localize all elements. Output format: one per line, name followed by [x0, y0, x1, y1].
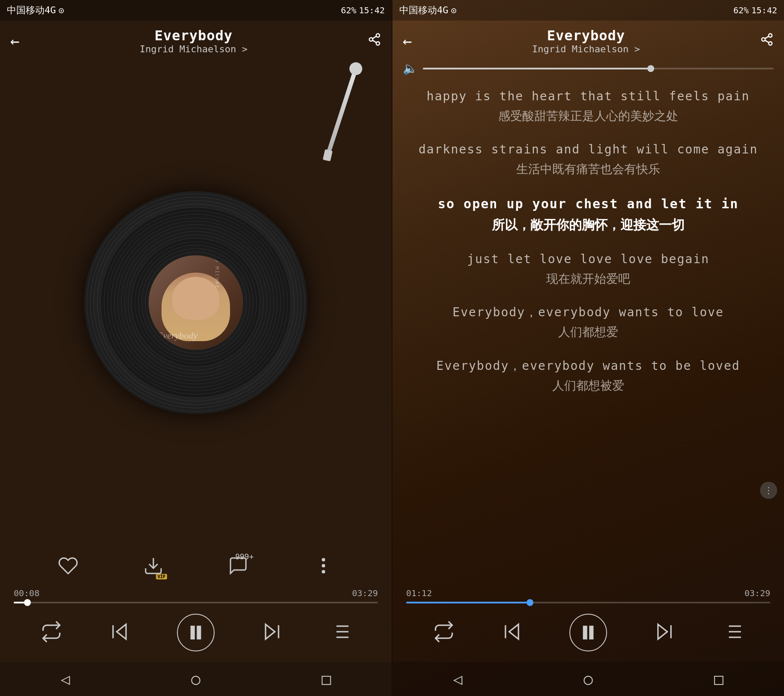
lyric-block-4: just let love love love begain 现在就开始爱吧: [406, 250, 770, 290]
time-total-left: 03:29: [352, 588, 378, 598]
svg-rect-11: [191, 626, 194, 639]
volume-dot: [647, 65, 654, 72]
vinyl-disc: Everybody INGRID MICHAE: [84, 191, 307, 414]
header-right: ← Everybody Ingrid Michaelson >: [392, 21, 784, 58]
svg-line-25: [765, 36, 769, 38]
nav-home-right[interactable]: ○: [584, 670, 593, 688]
share-button-left[interactable]: [368, 33, 381, 50]
lyric-en-6: Everybody，everybody wants to be loved: [406, 357, 770, 375]
comment-button[interactable]: 999+: [228, 555, 248, 576]
svg-marker-13: [265, 624, 275, 639]
svg-marker-30: [658, 624, 667, 639]
svg-rect-29: [590, 626, 593, 639]
lyric-zh-1: 感受酸甜苦辣正是人心的美妙之处: [406, 105, 770, 127]
comment-count-left: 999+: [235, 552, 254, 561]
right-panel: 中国移动4G ⊙ 62% 15:42 ← Everybody Ingrid Mi…: [392, 0, 784, 696]
lyric-en-3: so open up your chest and let it in: [406, 194, 770, 213]
more-button-left[interactable]: [313, 555, 334, 576]
svg-point-1: [369, 38, 373, 41]
next-button-right[interactable]: [653, 621, 676, 645]
lyric-en-1: happy is the heart that still feels pain: [406, 87, 770, 105]
svg-rect-12: [197, 626, 200, 639]
lyric-block-3: so open up your chest and let it in 所以，敞…: [406, 194, 770, 237]
play-pause-button-left[interactable]: [177, 614, 215, 651]
signal-icon-right: ⊙: [451, 5, 457, 16]
carrier-left: 中国移动4G: [7, 4, 56, 17]
lyric-zh-4: 现在就开始爱吧: [406, 268, 770, 290]
status-left: 中国移动4G ⊙: [7, 4, 64, 17]
svg-marker-26: [509, 624, 519, 639]
lyric-en-5: Everybody，everybody wants to love: [406, 303, 770, 321]
heart-button[interactable]: [58, 555, 78, 576]
lyrics-more-button[interactable]: ⋮: [760, 482, 777, 499]
prev-button-right[interactable]: [501, 621, 523, 645]
svg-point-2: [376, 42, 380, 45]
lyric-zh-3: 所以，敞开你的胸怀，迎接这一切: [406, 213, 770, 237]
volume-icon: 🔈: [403, 61, 418, 75]
playlist-button-right[interactable]: [721, 621, 744, 645]
time-elapsed-left: 00:08: [14, 588, 39, 598]
share-button-right[interactable]: [760, 33, 774, 50]
nav-recent-right[interactable]: □: [714, 670, 724, 688]
status-left-right: 中国移动4G ⊙: [399, 4, 457, 17]
progress-section-left: 00:08 03:29: [0, 585, 392, 607]
play-pause-button-right[interactable]: [569, 614, 607, 651]
artist-name-left[interactable]: Ingrid Michaelson >: [140, 44, 248, 54]
svg-point-6: [322, 558, 325, 561]
playlist-button-left[interactable]: [329, 621, 351, 645]
left-panel: 中国移动4G ⊙ 62% 15:42 ← Everybody Ingrid Mi…: [0, 0, 392, 696]
back-button-right[interactable]: ←: [403, 32, 412, 50]
time-total-right: 03:29: [745, 588, 770, 598]
download-button[interactable]: VIP: [143, 555, 164, 576]
action-buttons: VIP 999+: [0, 547, 392, 585]
album-art: Everybody INGRID MICHAE: [149, 255, 243, 350]
signal-icon-left: ⊙: [59, 5, 64, 16]
lyric-en-4: just let love love love begain: [406, 250, 770, 268]
time-left: 15:42: [359, 5, 385, 15]
status-right-left: 62% 15:42: [341, 5, 385, 15]
nav-bar-right: ◁ ○ □: [392, 662, 784, 696]
vinyl-label: Everybody INGRID MICHAE: [149, 255, 243, 350]
svg-point-8: [322, 570, 325, 573]
nav-back-right[interactable]: ◁: [453, 670, 462, 688]
svg-marker-9: [117, 624, 126, 639]
repeat-button-right[interactable]: [433, 621, 455, 645]
song-title-right: Everybody: [547, 27, 625, 44]
lyric-zh-2: 生活中既有痛苦也会有快乐: [406, 159, 770, 180]
battery-right: 62%: [733, 5, 749, 15]
repeat-button-left[interactable]: [40, 621, 63, 645]
nav-bar-left: ◁ ○ □: [0, 662, 392, 696]
time-elapsed-right: 01:12: [406, 588, 432, 598]
song-title-left: Everybody: [155, 27, 233, 44]
nav-back-left[interactable]: ◁: [60, 670, 70, 688]
svg-line-3: [372, 40, 376, 42]
svg-point-22: [762, 38, 765, 41]
volume-fill: [423, 68, 651, 69]
lyric-zh-5: 人们都想爱: [406, 321, 770, 343]
lyric-block-1: happy is the heart that still feels pain…: [406, 87, 770, 127]
progress-times-right: 01:12 03:29: [406, 588, 770, 598]
lyric-en-2: darkness strains and light will come aga…: [406, 141, 770, 159]
prev-button-left[interactable]: [108, 621, 131, 645]
header-left: ← Everybody Ingrid Michaelson >: [0, 21, 392, 58]
volume-bar[interactable]: [423, 68, 774, 69]
lyrics-content[interactable]: happy is the heart that still feels pain…: [392, 79, 784, 585]
svg-line-4: [372, 36, 376, 38]
title-group-right: Everybody Ingrid Michaelson >: [532, 27, 640, 54]
lyric-block-5: Everybody，everybody wants to love 人们都想爱: [406, 303, 770, 343]
progress-bar-right[interactable]: [406, 602, 770, 603]
progress-bar-left[interactable]: [14, 602, 378, 603]
nav-home-left[interactable]: ○: [191, 670, 200, 688]
progress-times-left: 00:08 03:29: [14, 588, 378, 598]
lyric-block-6: Everybody，everybody wants to be loved 人们…: [406, 357, 770, 396]
progress-dot-left: [24, 599, 31, 606]
back-button-left[interactable]: ←: [10, 32, 20, 50]
svg-rect-28: [584, 626, 587, 639]
vinyl-container: Everybody INGRID MICHAE: [0, 58, 392, 547]
progress-section-right: 01:12 03:29: [392, 585, 784, 607]
artist-name-right[interactable]: Ingrid Michaelson >: [532, 44, 640, 54]
svg-point-0: [376, 33, 380, 37]
next-button-left[interactable]: [261, 621, 283, 645]
nav-recent-left[interactable]: □: [322, 670, 331, 688]
lyric-block-2: darkness strains and light will come aga…: [406, 141, 770, 180]
